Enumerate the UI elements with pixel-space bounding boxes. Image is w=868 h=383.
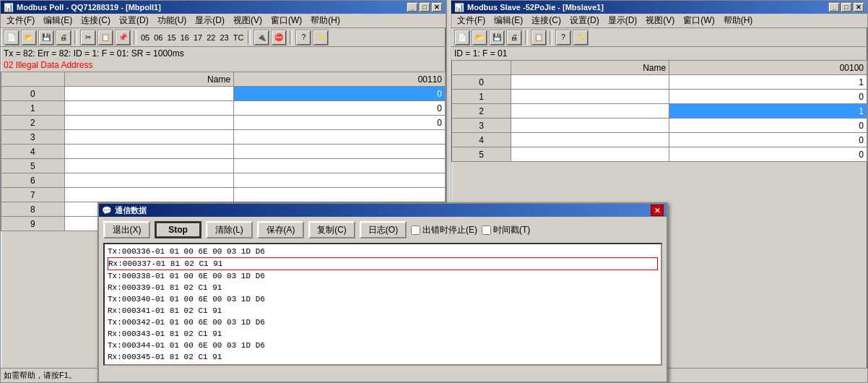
slave-toolbar-save[interactable]: 💾 [489, 30, 505, 46]
slave-toolbar-paste[interactable]: 📋 [531, 30, 547, 46]
minimize-button[interactable]: _ [407, 2, 418, 12]
slave-menu-connect[interactable]: 连接(C) [527, 13, 565, 28]
slave-table-header-empty [452, 61, 511, 75]
log-area[interactable]: Tx:000336-01 01 00 6E 00 03 1D D6Rx:0003… [103, 243, 662, 366]
toolbar-disconnect[interactable]: ⛔ [271, 30, 287, 46]
poll-table-row[interactable]: 5 [1, 159, 446, 173]
slave-table-row[interactable]: 40 [452, 133, 867, 147]
toolbar-copy[interactable]: 📋 [97, 30, 113, 46]
dialog-title-bar[interactable]: 💬 通信数据 ✕ [99, 204, 667, 217]
slave-row-name [511, 133, 669, 147]
slave-row-value[interactable]: 0 [669, 147, 867, 162]
menu-window[interactable]: 窗口(W) [266, 13, 306, 28]
slave-table-row[interactable]: 01 [452, 75, 867, 90]
toolbar-save[interactable]: 💾 [38, 30, 54, 46]
slave-menu-display[interactable]: 显示(D) [604, 13, 642, 28]
poll-table-row[interactable]: 3 [1, 130, 446, 145]
toolbar-help[interactable]: ? [295, 30, 311, 46]
dialog-save-button[interactable]: 保存(A) [257, 221, 304, 238]
menu-function[interactable]: 功能(U) [153, 13, 191, 28]
dialog-log-button[interactable]: 日志(O) [360, 221, 407, 238]
dialog-stop-button[interactable]: Stop [155, 221, 201, 238]
dialog-exit-button[interactable]: 退出(X) [103, 221, 150, 238]
modbus-poll-title-bar[interactable]: 📊 Modbus Poll - QQ71288319 - [Mbpoll1] _… [1, 1, 446, 14]
dialog-body: 退出(X) Stop 清除(L) 保存(A) 复制(C) 日志(O) 出错时停止… [99, 217, 667, 370]
slave-close-button[interactable]: ✕ [853, 2, 864, 12]
poll-table-row[interactable]: 7 [1, 188, 446, 202]
slave-maximize-button[interactable]: □ [841, 2, 852, 12]
slave-row-value[interactable]: 1 [669, 104, 867, 119]
poll-table-row[interactable]: 20 [1, 116, 446, 130]
menu-file[interactable]: 文件(F) [2, 13, 39, 28]
dialog-close-btn[interactable]: ✕ [651, 205, 664, 216]
slave-row-value[interactable]: 1 [669, 75, 867, 90]
slave-toolbar-help[interactable]: ? [555, 30, 571, 46]
slave-table-row[interactable]: 10 [452, 90, 867, 104]
slave-menu-window[interactable]: 窗口(W) [679, 13, 719, 28]
maximize-button[interactable]: □ [419, 2, 430, 12]
slave-menu-edit[interactable]: 编辑(E) [490, 13, 527, 28]
slave-row-value[interactable]: 0 [669, 119, 867, 133]
slave-toolbar-open[interactable]: 📂 [472, 30, 487, 46]
slave-minimize-button[interactable]: _ [828, 2, 840, 12]
dialog-close-icon[interactable]: ✕ [651, 205, 664, 216]
poll-row-id: 5 [1, 159, 65, 173]
slave-table-row[interactable]: 50 [452, 147, 867, 162]
slave-menu-view[interactable]: 视图(V) [641, 13, 679, 28]
slave-row-name [511, 119, 669, 133]
toolbar-new[interactable]: 📄 [4, 30, 19, 46]
menu-view[interactable]: 视图(V) [229, 13, 266, 28]
slave-toolbar-new[interactable]: 📄 [454, 30, 470, 46]
poll-table-row[interactable]: 00 [1, 87, 446, 101]
toolbar-open[interactable]: 📂 [21, 30, 37, 46]
slave-table-row[interactable]: 21 [452, 104, 867, 119]
menu-connect[interactable]: 连接(C) [77, 13, 115, 28]
modbus-slave-title-bar[interactable]: 📊 Modbus Slave -52PoJie - [Mbslave1] _ □… [451, 1, 867, 14]
slave-menu-help[interactable]: 帮助(H) [719, 13, 758, 28]
error-stop-checkbox[interactable] [411, 225, 420, 235]
modbus-poll-icon: 📊 [4, 2, 14, 12]
menu-settings[interactable]: 设置(D) [115, 13, 153, 28]
slave-row-value[interactable]: 0 [669, 90, 867, 104]
poll-row-value[interactable] [234, 145, 446, 159]
close-button[interactable]: ✕ [431, 2, 443, 12]
menu-display[interactable]: 显示(D) [191, 13, 229, 28]
slave-row-value[interactable]: 0 [669, 133, 867, 147]
poll-statusbar-text: 如需帮助，请按F1。 [4, 370, 77, 381]
poll-row-value[interactable]: 0 [234, 87, 446, 101]
toolbar-about[interactable]: ✨ [313, 30, 329, 46]
slave-toolbar-about[interactable]: ✨ [573, 30, 589, 46]
slave-menu-settings[interactable]: 设置(D) [565, 13, 604, 28]
slave-toolbar-print[interactable]: 🖨 [506, 30, 522, 46]
menu-edit[interactable]: 编辑(E) [39, 13, 77, 28]
log-line: Rx:000345-01 81 02 C1 91 [108, 351, 658, 363]
slave-row-id: 3 [452, 119, 511, 133]
poll-row-name [64, 87, 233, 101]
log-line: Rx:000341-01 81 02 C1 91 [108, 305, 658, 317]
menu-help[interactable]: 帮助(H) [306, 13, 344, 28]
poll-row-value[interactable] [234, 130, 446, 145]
poll-table-row[interactable]: 6 [1, 173, 446, 188]
toolbar-paste[interactable]: 📌 [115, 30, 131, 46]
poll-row-value[interactable] [234, 173, 446, 188]
poll-row-value[interactable]: 0 [234, 101, 446, 116]
dialog-copy-button[interactable]: 复制(C) [308, 221, 355, 238]
slave-row-id: 5 [452, 147, 511, 162]
poll-status-line: Tx = 82: Err = 82: ID = 1: F = 01: SR = … [1, 47, 446, 60]
poll-row-value[interactable]: 0 [234, 116, 446, 130]
poll-row-value[interactable] [234, 159, 446, 173]
toolbar-print[interactable]: 🖨 [56, 30, 71, 46]
toolbar-connect[interactable]: 🔌 [253, 30, 269, 46]
timestamp-label: 时间戳(T) [493, 224, 530, 236]
slave-menu-file[interactable]: 文件(F) [453, 13, 490, 28]
toolbar-sep1 [74, 30, 77, 45]
poll-table-header-addr: 00110 [234, 72, 446, 87]
slave-table-row[interactable]: 30 [452, 119, 867, 133]
toolbar-cut[interactable]: ✂ [80, 30, 96, 46]
log-line: Tx:000344-01 01 00 6E 00 03 1D D6 [108, 340, 658, 351]
poll-table-row[interactable]: 10 [1, 101, 446, 116]
dialog-clear-button[interactable]: 清除(L) [206, 221, 253, 238]
poll-row-value[interactable] [234, 188, 446, 202]
poll-table-row[interactable]: 4 [1, 145, 446, 159]
timestamp-checkbox[interactable] [482, 225, 491, 235]
